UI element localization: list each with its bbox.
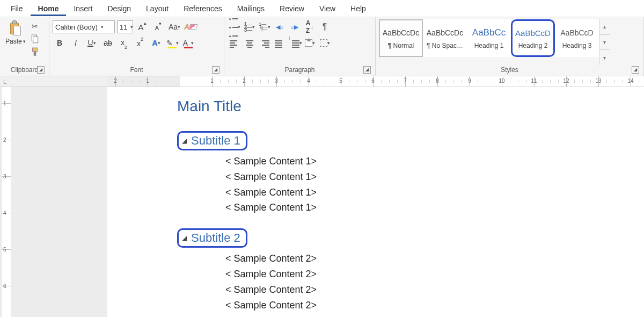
style-scroll-down[interactable]: ▾ xyxy=(599,35,610,51)
style-expand[interactable]: ▾ xyxy=(599,50,610,65)
document-body-line[interactable]: < Sample Content 1> xyxy=(225,154,644,169)
paste-button[interactable]: Paste▾ xyxy=(3,19,28,46)
styles-dialog-launcher[interactable]: ◢ xyxy=(632,66,639,74)
collapse-handle-icon[interactable]: ◢ xyxy=(182,234,187,242)
ruler-corner: L xyxy=(0,76,107,87)
menu-view[interactable]: View xyxy=(312,1,343,16)
cut-button[interactable]: ✂ xyxy=(30,21,40,31)
copy-button[interactable] xyxy=(30,34,40,44)
underline-icon: U xyxy=(87,39,93,47)
ruler-v-label: 1 xyxy=(3,100,6,106)
align-right-button[interactable] xyxy=(258,37,272,49)
format-painter-button[interactable] xyxy=(30,47,40,57)
ruler-h-label: 2 xyxy=(114,78,117,84)
copy-icon xyxy=(30,34,40,44)
font-size-select[interactable]: 11▾ xyxy=(117,20,133,33)
svg-rect-3 xyxy=(33,52,36,56)
paragraph-dialog-launcher[interactable]: ◢ xyxy=(363,66,371,74)
chevron-down-icon: ▾ xyxy=(178,24,180,30)
menu-home[interactable]: Home xyxy=(31,1,67,16)
arrow-down-icon: ↓ xyxy=(310,23,313,31)
scissors-icon: ✂ xyxy=(32,22,38,31)
style-scroll-up[interactable]: ▴ xyxy=(599,19,610,35)
ruler-v-label: 5 xyxy=(3,247,6,253)
document-body-line[interactable]: < Sample Content 2> xyxy=(225,298,644,313)
document-body-line[interactable]: < Sample Content 1> xyxy=(225,169,644,185)
menu-help[interactable]: Help xyxy=(343,1,374,16)
menu-review[interactable]: Review xyxy=(272,1,312,16)
shading-button[interactable]: ▾ xyxy=(303,37,317,49)
decrease-indent-button[interactable]: ◀≡ xyxy=(273,20,287,33)
style--no-spac-[interactable]: AaBbCcDc¶ No Spac… xyxy=(423,19,467,57)
clipboard-paste-icon xyxy=(9,20,22,37)
line-spacing-button[interactable]: ↕▾ xyxy=(288,37,302,49)
document-body-line[interactable]: < Sample Content 2> xyxy=(225,282,644,298)
subscript-button[interactable]: x2 xyxy=(117,37,131,49)
borders-button[interactable]: ▾ xyxy=(318,37,332,49)
ruler-horizontal[interactable]: 21123456789101112131415 xyxy=(107,76,644,87)
align-center-button[interactable] xyxy=(243,37,257,49)
increase-indent-button[interactable]: ≡▶ xyxy=(288,20,302,33)
menu-design[interactable]: Design xyxy=(100,1,138,16)
menu-layout[interactable]: Layout xyxy=(138,1,176,16)
font-size-value: 11 xyxy=(120,23,127,31)
document-body-line[interactable]: < Sample Content 2> xyxy=(225,251,644,266)
style--normal[interactable]: AaBbCcDc¶ Normal xyxy=(379,19,423,57)
document-body-line[interactable]: < Sample Content 1> xyxy=(225,185,644,200)
ribbon-group-clipboard: Paste▾ ✂ Clipboard◢ xyxy=(0,17,49,76)
text-effects-icon: A xyxy=(152,39,157,47)
style-preview: AaBbCcDc xyxy=(427,27,463,39)
menu-references[interactable]: References xyxy=(176,1,230,16)
collapse-handle-icon[interactable]: ◢ xyxy=(182,137,187,145)
style-heading-1[interactable]: AaBbCcHeading 1 xyxy=(467,19,511,57)
ruler-h-label: 2 xyxy=(243,78,246,84)
shrink-font-button[interactable]: A▾ xyxy=(151,20,165,33)
menu-file[interactable]: File xyxy=(3,1,31,16)
numbering-button[interactable]: 1—2—3—▾ xyxy=(243,20,257,33)
document-page[interactable]: Main Title ◢Subtitle 1< Sample Content 1… xyxy=(107,87,644,317)
bold-button[interactable]: B xyxy=(53,37,67,49)
style-heading-3[interactable]: AaBbCcDHeading 3 xyxy=(555,19,599,57)
bullets-button[interactable]: ▾ xyxy=(228,20,241,33)
brush-icon xyxy=(30,47,40,57)
font-dialog-launcher[interactable]: ◢ xyxy=(212,66,219,74)
style-label: Heading 3 xyxy=(562,42,592,49)
document-subtitle[interactable]: Subtitle 2 xyxy=(191,231,240,245)
document-body-line[interactable]: < Sample Content 1> xyxy=(225,200,644,215)
clipboard-dialog-launcher[interactable]: ◢ xyxy=(37,66,45,74)
document-title[interactable]: Main Title xyxy=(177,98,644,115)
change-case-button[interactable]: Aa▾ xyxy=(167,20,181,33)
style-preview: AaBbCcD xyxy=(515,27,551,39)
underline-button[interactable]: U▾ xyxy=(85,37,99,49)
document-subtitle[interactable]: Subtitle 1 xyxy=(191,134,240,148)
strike-icon: ab xyxy=(104,39,112,47)
font-name-select[interactable]: Calibri (Body)▾ xyxy=(53,20,115,33)
group-label-font: Font xyxy=(130,66,143,74)
text-effects-button[interactable]: A▾ xyxy=(149,37,163,49)
shading-icon xyxy=(305,39,312,47)
clear-formatting-button[interactable]: A xyxy=(184,20,197,33)
font-color-button[interactable]: A▾ xyxy=(181,37,195,49)
style-preview: AaBbCcDc xyxy=(383,27,419,39)
ruler-h-label: 5 xyxy=(339,78,342,84)
menu-insert[interactable]: Insert xyxy=(66,1,100,16)
show-paragraph-button[interactable]: ¶ xyxy=(318,20,332,33)
ruler-v-label: 6 xyxy=(3,283,6,289)
multilevel-list-button[interactable]: 1— a— i—▾ xyxy=(258,20,272,33)
ruler-h-label: 12 xyxy=(563,78,569,84)
grow-font-button[interactable]: A▴ xyxy=(135,20,149,33)
ruler-vertical[interactable]: 123456 xyxy=(0,87,13,317)
sort-button[interactable]: AZ↓ xyxy=(303,20,317,33)
clear-format-icon: A xyxy=(184,23,189,31)
align-justify-button[interactable] xyxy=(273,37,287,49)
highlight-color-button[interactable]: ✎▾ xyxy=(165,37,179,49)
style-heading-2[interactable]: AaBbCcDHeading 2 xyxy=(511,19,555,57)
bold-icon: B xyxy=(57,39,62,47)
document-body-line[interactable]: < Sample Content 2> xyxy=(225,266,644,282)
strikethrough-button[interactable]: ab xyxy=(101,37,115,49)
superscript-button[interactable]: x2 xyxy=(133,37,147,49)
align-left-button[interactable] xyxy=(228,37,241,49)
chevron-down-icon: ▾ xyxy=(191,40,194,46)
italic-button[interactable]: I xyxy=(69,37,83,49)
chevron-down-icon: ▾ xyxy=(130,24,133,30)
